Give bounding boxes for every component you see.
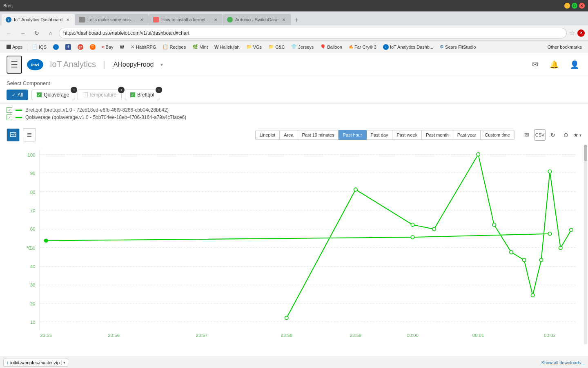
chart-scrollbar-thumb[interactable] bbox=[584, 145, 587, 161]
fb-icon: f bbox=[65, 44, 71, 50]
past-year-button[interactable]: Past year bbox=[453, 130, 481, 140]
bookmark-gplus[interactable]: g+ bbox=[75, 43, 86, 51]
bookmark-mint[interactable]: 🌿 Mint bbox=[189, 43, 211, 51]
past-day-button[interactable]: Past day bbox=[367, 130, 393, 140]
tab-close-noise[interactable]: ✕ bbox=[139, 17, 145, 22]
show-all-downloads-link[interactable]: Show all downloads... bbox=[541, 360, 585, 365]
close-button[interactable]: ✕ bbox=[579, 3, 585, 9]
past-week-button[interactable]: Past week bbox=[392, 130, 422, 140]
tab-favicon-kernel bbox=[153, 17, 159, 22]
tab-kernel[interactable]: How to install a kernel fro... ✕ bbox=[149, 14, 223, 25]
brettqol-point-7 bbox=[510, 251, 513, 254]
bookmark-jerseys[interactable]: 👕 Jerseys bbox=[288, 43, 316, 51]
legend-item-brettqol: ✓ Brettqol (brettqol.v1.0 - 72ed18ed-e8f… bbox=[7, 107, 581, 113]
filter-all-button[interactable]: ✓ All bbox=[7, 90, 28, 100]
chart-settings-button[interactable]: ⊙ bbox=[560, 129, 572, 141]
y-label-100: 100 bbox=[27, 153, 35, 157]
chart-svg: 100 90 80 70 60 50 40 30 20 10 ℃ bbox=[22, 145, 580, 344]
bookmark-apps[interactable]: ⬛ Apps bbox=[3, 43, 25, 51]
bookmark-wikipedia[interactable]: W bbox=[117, 43, 127, 51]
area-button[interactable]: Area bbox=[280, 130, 298, 140]
bookmark-sears[interactable]: ⚙ Sears FitStudio bbox=[437, 43, 479, 51]
tab-close-iot[interactable]: ✕ bbox=[65, 17, 71, 22]
new-tab-button[interactable]: + bbox=[291, 15, 302, 25]
filter-qolaverage-button[interactable]: ✓ Qolaverage 1 bbox=[31, 90, 74, 100]
tab-close-kernel[interactable]: ✕ bbox=[213, 17, 218, 22]
filter-temperature-button[interactable]: temperature 1 bbox=[78, 90, 122, 100]
custom-time-button[interactable]: Custom time bbox=[481, 130, 514, 140]
y-label-90: 90 bbox=[30, 171, 36, 176]
chart-container: 100 90 80 70 60 50 40 30 20 10 ℃ bbox=[0, 145, 588, 357]
past-month-button[interactable]: Past month bbox=[422, 130, 453, 140]
jerseys-icon: 👕 bbox=[291, 44, 297, 49]
recipes-icon: 📋 bbox=[163, 44, 168, 49]
bookmark-mint-label: Mint bbox=[199, 45, 208, 49]
bookmark-intel[interactable]: i bbox=[50, 43, 62, 51]
bookmark-iot-dash[interactable]: i IoT Analytics Dashb... bbox=[380, 43, 436, 51]
minimize-button[interactable]: − bbox=[564, 3, 570, 9]
tab-label-arduino: Arduino - SwitchCase bbox=[235, 17, 278, 22]
bookmark-balloon[interactable]: 🎈 Balloon bbox=[317, 43, 345, 51]
legend-checkbox-brettqol[interactable]: ✓ bbox=[7, 107, 12, 113]
back-button[interactable]: ← bbox=[3, 27, 15, 39]
filter-brettqol-button[interactable]: ✓ Brettqol 1 bbox=[125, 90, 159, 100]
chart-image-view-button[interactable] bbox=[7, 128, 20, 141]
ebay-label: Bay bbox=[106, 45, 114, 49]
bookmarks-bar: ⬛ Apps 📄 IQS i f g+ 🛡 eBay W ⚔ HabitRPG … bbox=[0, 41, 588, 53]
reload-button[interactable]: ↻ bbox=[31, 27, 42, 39]
address-input[interactable] bbox=[59, 28, 567, 38]
app-title: IoT Analytics | bbox=[48, 60, 109, 69]
chart-list-view-button[interactable] bbox=[23, 128, 36, 141]
bookmark-vgs[interactable]: 📁 VGs bbox=[243, 43, 265, 51]
brettqol-point-11 bbox=[548, 170, 551, 173]
chart-mail-button[interactable]: ✉ bbox=[521, 129, 532, 141]
chart-favorite-button[interactable]: ★▾ bbox=[573, 132, 581, 138]
y-label-80: 80 bbox=[30, 190, 36, 195]
bookmark-recipes[interactable]: 📋 Recipes bbox=[160, 43, 189, 51]
lineplot-button[interactable]: Lineplot bbox=[255, 130, 280, 140]
bookmark-hallelujah[interactable]: W Hallelujah bbox=[212, 43, 243, 51]
bookmark-star-button[interactable]: ☆ bbox=[569, 29, 575, 37]
wiki-icon: W bbox=[120, 45, 124, 49]
brettqol-point-12 bbox=[559, 246, 562, 249]
select-component-section: Select Component ✓ All ✓ Qolaverage 1 te… bbox=[0, 76, 588, 104]
forward-button[interactable]: → bbox=[17, 27, 29, 39]
tab-arduino[interactable]: Arduino - SwitchCase ✕ bbox=[223, 14, 291, 25]
maximize-button[interactable]: □ bbox=[572, 3, 577, 9]
chart-scrollbar[interactable] bbox=[584, 145, 587, 344]
bookmark-cc[interactable]: 📁 C&C bbox=[265, 43, 287, 51]
other-bookmarks-button[interactable]: Other bookmarks bbox=[545, 43, 585, 51]
chart-csv-button[interactable]: CSV bbox=[534, 129, 546, 141]
tab-iot-analytics[interactable]: i IoT Analytics Dashboard ✕ bbox=[2, 14, 75, 25]
tab-noise[interactable]: Let's make some noise (o... ✕ bbox=[75, 14, 149, 25]
hamburger-menu-button[interactable]: ☰ bbox=[7, 56, 22, 74]
bookmark-avast[interactable]: 🛡 bbox=[87, 43, 98, 51]
select-component-label: Select Component bbox=[7, 80, 581, 86]
notification-bell-button[interactable]: 🔔 bbox=[547, 58, 561, 72]
home-button[interactable]: ⌂ bbox=[45, 27, 56, 39]
bookmark-iqs-label: IQS bbox=[39, 45, 47, 49]
download-item-iotkit[interactable]: ↓ iotkit-samples-master.zip ▾ bbox=[3, 359, 68, 367]
tab-close-arduino[interactable]: ✕ bbox=[281, 17, 287, 22]
bookmark-farcry[interactable]: 🔥 Far Cry® 3 bbox=[346, 43, 379, 51]
account-dropdown-button[interactable]: ▾ bbox=[160, 62, 163, 67]
past-hour-button[interactable]: Past hour bbox=[339, 130, 366, 140]
bookmark-vgs-label: VGs bbox=[253, 45, 262, 49]
past-10-minutes-button[interactable]: Past 10 minutes bbox=[298, 130, 339, 140]
bookmark-jerseys-label: Jerseys bbox=[298, 45, 314, 49]
adblock-button[interactable]: ✕ bbox=[577, 29, 585, 37]
chart-refresh-button[interactable]: ↻ bbox=[547, 129, 559, 141]
bookmark-habitrpg[interactable]: ⚔ HabitRPG bbox=[128, 43, 159, 51]
bookmark-separator-1 bbox=[27, 43, 27, 51]
bookmark-iqs[interactable]: 📄 IQS bbox=[29, 43, 49, 51]
legend-checkbox-qolaverage[interactable]: ✓ bbox=[7, 114, 12, 120]
user-profile-button[interactable]: 👤 bbox=[568, 58, 581, 72]
mail-icon-button[interactable]: ✉ bbox=[530, 58, 541, 72]
farcry-icon: 🔥 bbox=[349, 45, 353, 49]
download-dropdown-button[interactable]: ▾ bbox=[61, 360, 65, 365]
bookmark-ebay[interactable]: eBay bbox=[99, 43, 116, 51]
bookmark-facebook[interactable]: f bbox=[62, 43, 74, 51]
x-label-2356: 23:56 bbox=[108, 333, 120, 338]
download-filename: iotkit-samples-master.zip bbox=[10, 360, 60, 365]
temperature-badge: 1 bbox=[118, 87, 125, 93]
